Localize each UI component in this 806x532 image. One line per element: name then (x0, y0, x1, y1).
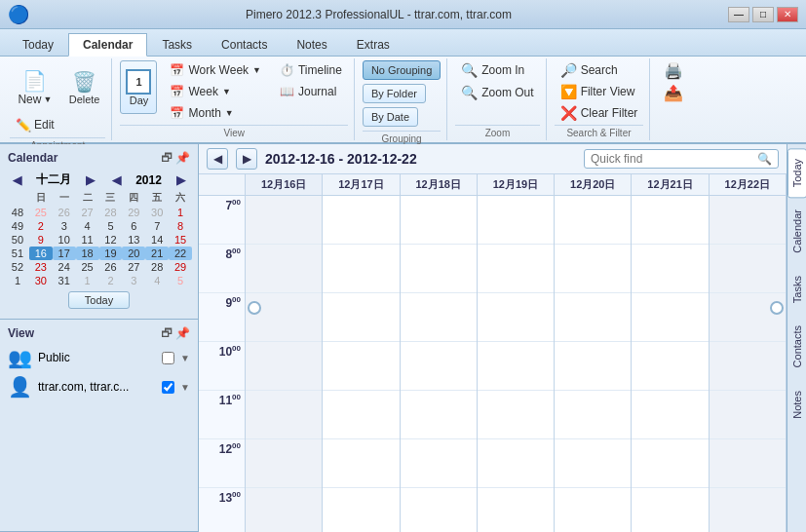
hour-cell[interactable] (401, 293, 477, 342)
hour-cell[interactable] (478, 245, 554, 293)
cal-body[interactable]: 700 800 900 1000 1100 1200 1300 (199, 196, 787, 532)
zoom-in-button[interactable]: 🔍 Zoom In (455, 60, 530, 80)
cal-day[interactable]: 19 (99, 247, 123, 260)
right-tab-contacts[interactable]: Contacts (787, 315, 807, 378)
cal-day[interactable]: 31 (53, 274, 76, 287)
view-pin-icon[interactable]: 📌 (175, 326, 190, 340)
tab-notes[interactable]: Notes (282, 33, 341, 56)
tab-today[interactable]: Today (8, 33, 68, 56)
search-button[interactable]: 🔎 Search (555, 60, 624, 80)
hour-cell[interactable] (246, 245, 322, 293)
cal-day[interactable]: 2 (29, 219, 53, 233)
hour-cell[interactable] (478, 293, 554, 342)
cal-day[interactable]: 22 (169, 247, 192, 260)
view-item-ttrar[interactable]: 👤 ttrar.com, ttrar.c... ▼ (4, 372, 194, 401)
cal-day[interactable]: 27 (76, 206, 99, 219)
minimize-button[interactable]: — (728, 7, 749, 22)
next-week-button[interactable]: ▶ (236, 148, 257, 170)
quick-find-input[interactable] (591, 152, 757, 166)
week-button[interactable]: 📅 Week ▼ (164, 82, 267, 101)
cal-day[interactable]: 20 (122, 247, 145, 260)
hour-cell[interactable] (710, 439, 786, 488)
edit-button[interactable]: ✏️ Edit (10, 114, 60, 135)
hour-cell[interactable] (555, 391, 631, 439)
work-week-button[interactable]: 📅 Work Week ▼ (164, 60, 267, 80)
tab-extras[interactable]: Extras (342, 33, 404, 56)
next-year-button[interactable]: ▶ (173, 172, 188, 188)
hour-cell[interactable] (401, 342, 477, 391)
right-tab-calendar[interactable]: Calendar (787, 199, 807, 264)
hour-cell[interactable] (710, 293, 786, 342)
cal-day[interactable]: 26 (99, 260, 123, 274)
cal-day[interactable]: 23 (29, 260, 53, 274)
day-col-thu[interactable] (555, 196, 632, 532)
new-button[interactable]: 📄 New ▼ (11, 60, 59, 114)
cal-day[interactable]: 18 (76, 247, 99, 260)
hour-cell[interactable] (478, 439, 554, 488)
month-button[interactable]: 📅 Month ▼ (164, 103, 267, 123)
next-month-left-button[interactable]: ▶ (83, 172, 97, 188)
cal-day[interactable]: 5 (169, 274, 192, 287)
clear-filter-button[interactable]: ❌ Clear Filter (555, 103, 644, 123)
public-checkbox[interactable] (162, 352, 174, 364)
hour-cell[interactable] (478, 342, 554, 391)
ttrar-checkbox[interactable] (162, 381, 174, 394)
cal-day[interactable]: 1 (169, 206, 192, 219)
right-tab-tasks[interactable]: Tasks (787, 265, 807, 314)
cal-day[interactable]: 25 (76, 260, 99, 274)
cal-day[interactable]: 28 (99, 206, 123, 219)
cal-day[interactable]: 6 (122, 219, 145, 233)
export-button[interactable]: 📤 (658, 83, 689, 102)
view-restore-icon[interactable]: 🗗 (161, 326, 173, 340)
no-grouping-button[interactable]: No Grouping (363, 60, 441, 80)
hour-cell[interactable] (323, 342, 399, 391)
prev-week-button[interactable]: ◀ (207, 148, 228, 170)
zoom-out-button[interactable]: 🔍 Zoom Out (455, 83, 539, 102)
cal-day[interactable]: 4 (76, 219, 99, 233)
right-tab-today[interactable]: Today (787, 148, 807, 198)
tab-tasks[interactable]: Tasks (147, 33, 207, 56)
hour-cell[interactable] (555, 342, 631, 391)
cal-day[interactable]: 14 (145, 233, 169, 247)
cal-day[interactable]: 25 (29, 206, 53, 219)
tab-calendar[interactable]: Calendar (68, 33, 147, 57)
cal-day[interactable]: 13 (122, 233, 145, 247)
hour-cell[interactable] (246, 391, 322, 439)
close-button[interactable]: ✕ (777, 7, 798, 22)
hour-cell[interactable] (555, 245, 631, 293)
hour-cell[interactable] (401, 196, 477, 245)
maximize-button[interactable]: □ (752, 7, 774, 22)
hour-cell[interactable] (632, 342, 708, 391)
by-date-button[interactable]: By Date (363, 107, 418, 127)
hour-cell[interactable] (632, 391, 708, 439)
cal-day[interactable]: 3 (53, 219, 76, 233)
hour-cell[interactable] (323, 245, 399, 293)
hour-cell[interactable] (710, 391, 786, 439)
prev-month-button[interactable]: ◀ (10, 172, 24, 188)
prev-year-button[interactable]: ◀ (109, 172, 124, 188)
day-col-fri[interactable] (632, 196, 709, 532)
cal-day[interactable]: 4 (145, 274, 169, 287)
timeline-button[interactable]: ⏱️ Timeline (274, 60, 348, 80)
hour-cell[interactable] (246, 196, 322, 245)
hour-cell[interactable] (323, 391, 399, 439)
hour-cell[interactable] (323, 488, 399, 532)
sidebar-restore-icon[interactable]: 🗗 (161, 151, 173, 165)
cal-day[interactable]: 2 (99, 274, 123, 287)
delete-button[interactable]: 🗑️ Delete (63, 60, 106, 114)
hour-cell[interactable] (246, 488, 322, 532)
cal-day[interactable]: 8 (169, 219, 192, 233)
sidebar-pin-icon[interactable]: 📌 (175, 151, 190, 165)
day-col-mon[interactable] (323, 196, 400, 532)
cal-day[interactable]: 5 (99, 219, 123, 233)
cal-day[interactable]: 30 (29, 274, 53, 287)
hour-cell[interactable] (632, 245, 708, 293)
hour-cell[interactable] (632, 196, 708, 245)
hour-cell[interactable] (478, 488, 554, 532)
journal-button[interactable]: 📖 Journal (274, 82, 348, 101)
cal-day[interactable]: 21 (145, 247, 169, 260)
quick-find-box[interactable]: 🔍 (584, 149, 779, 169)
hour-cell[interactable] (632, 488, 708, 532)
hour-cell[interactable] (555, 293, 631, 342)
right-tab-notes[interactable]: Notes (787, 380, 807, 430)
